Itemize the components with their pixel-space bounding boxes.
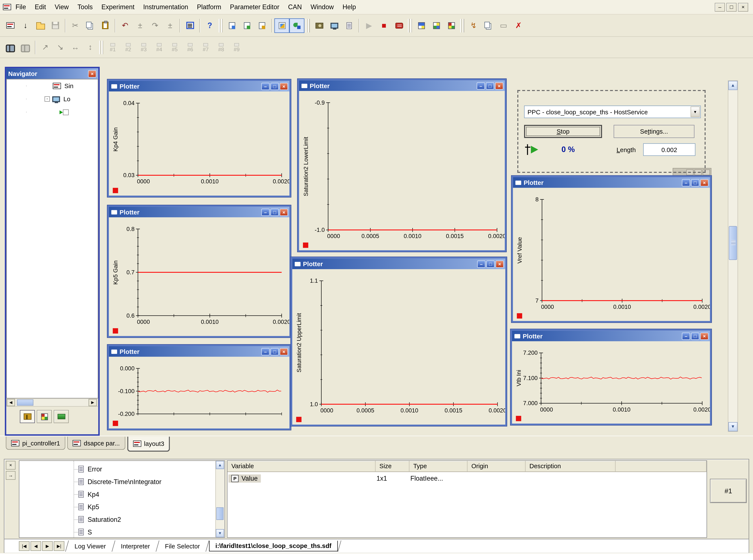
notes-icon[interactable] — [342, 18, 357, 33]
layout-tab-dsapce-par[interactable]: dsapce par... — [67, 437, 125, 450]
snapshot-icon[interactable] — [312, 18, 327, 33]
close-button[interactable]: × — [280, 208, 288, 216]
table-row[interactable]: PValue1x1FloatIeee... — [227, 472, 707, 485]
layout-arrange-2-icon[interactable] — [429, 18, 444, 33]
maximize-button[interactable]: □ — [486, 82, 494, 89]
save-data-set-icon[interactable] — [240, 18, 255, 33]
navigator-tree-item[interactable]: Sin — [7, 79, 98, 93]
close-button[interactable]: × — [700, 332, 708, 340]
scroll-right-button[interactable]: ▶ — [88, 399, 97, 406]
tree-expander-icon[interactable]: - — [45, 96, 50, 102]
menu-edit[interactable]: Edit — [30, 1, 50, 13]
scroll-left-button[interactable]: ◀ — [7, 399, 15, 406]
layout-tab-layout3[interactable]: layout3 — [127, 437, 170, 452]
variable-group-item[interactable]: S — [19, 526, 215, 538]
scrollbar-thumb[interactable] — [729, 226, 737, 260]
plotter-titlebar[interactable]: Plotter–□× — [109, 207, 289, 218]
close-button[interactable]: × — [700, 179, 708, 186]
animation-mode-icon[interactable] — [289, 18, 304, 33]
maximize-button[interactable]: □ — [270, 208, 279, 216]
variable-group-item[interactable]: Saturation2 — [19, 513, 215, 526]
stop-button[interactable]: Stop — [524, 125, 602, 138]
close-button[interactable]: × — [738, 3, 748, 12]
column-header-size[interactable]: Size — [375, 461, 409, 472]
detach-panel-button[interactable]: → — [6, 471, 16, 480]
bottom-tab-log-viewer[interactable]: Log Viewer — [69, 541, 112, 551]
interpreter-icon[interactable]: ↯ — [466, 18, 481, 33]
length-input[interactable]: 0.002 — [643, 143, 695, 156]
page-number-button[interactable]: #1 — [710, 479, 747, 503]
maximize-button[interactable]: □ — [691, 332, 699, 340]
restore-button[interactable]: □ — [727, 3, 736, 12]
plotter-titlebar[interactable]: Plotter–□× — [109, 81, 289, 92]
plotter-titlebar[interactable]: Plotter–□× — [513, 177, 710, 188]
menu-experiment[interactable]: Experiment — [97, 1, 139, 13]
load-data-set-icon[interactable] — [255, 18, 269, 33]
navigator-titlebar[interactable]: Navigator × — [6, 68, 98, 79]
settings-button[interactable]: Settings... — [614, 125, 694, 138]
maximize-button[interactable]: □ — [691, 179, 699, 186]
tab-scroll-last-button[interactable]: ▶| — [54, 541, 64, 551]
copy-data-set-icon[interactable] — [224, 18, 240, 33]
experiment-view-button[interactable] — [20, 410, 35, 423]
tab-scroll-first-button[interactable]: |◀ — [19, 541, 29, 551]
copy-icon[interactable] — [83, 18, 98, 33]
scroll-up-button[interactable]: ▲ — [216, 461, 224, 469]
plotter-titlebar[interactable]: Plotter–□× — [292, 258, 505, 269]
mdi-vertical-scrollbar[interactable]: ▲ ▼ — [728, 80, 738, 432]
menu-parameter-editor[interactable]: Parameter Editor — [226, 1, 284, 13]
maximize-button[interactable]: □ — [270, 348, 279, 355]
find-icon[interactable] — [3, 40, 18, 55]
platform-select[interactable]: PPC - close_loop_scope_ths - HostService… — [524, 105, 701, 118]
tab-scroll-next-button[interactable]: ▶ — [42, 541, 53, 551]
column-header-variable[interactable]: Variable — [227, 461, 375, 472]
menu-view[interactable]: View — [50, 1, 73, 13]
plotter-titlebar[interactable]: Plotter–□× — [299, 80, 505, 91]
minimize-button[interactable]: – — [261, 348, 269, 355]
menu-tools[interactable]: Tools — [73, 1, 97, 13]
close-panel-button[interactable]: × — [6, 461, 16, 470]
minimize-button[interactable]: – — [476, 82, 485, 89]
minimize-button[interactable]: – — [682, 332, 690, 340]
navigator-horizontal-scrollbar[interactable]: ◀ ▶ — [6, 399, 98, 407]
minimize-button[interactable]: – — [261, 208, 269, 216]
navigator-close-button[interactable]: × — [88, 70, 96, 77]
navigator-tree-item[interactable]: -Lo — [7, 93, 98, 105]
plotter-titlebar[interactable]: Plotter–□× — [512, 331, 710, 341]
maximize-button[interactable]: □ — [270, 83, 279, 90]
menu-instrumentation[interactable]: Instrumentation — [139, 1, 192, 13]
plotter-titlebar[interactable]: Plotter–□× — [109, 346, 289, 357]
context-help-icon[interactable]: ? — [202, 18, 217, 33]
edit-mode-icon[interactable] — [274, 18, 289, 33]
new-layout-icon[interactable] — [3, 18, 18, 33]
bottom-tab-interpreter[interactable]: Interpreter — [115, 541, 156, 551]
scroll-down-button[interactable]: ▼ — [728, 422, 737, 431]
duplicate-page-icon[interactable] — [481, 18, 496, 33]
open-experiment-icon[interactable] — [33, 18, 48, 33]
platform-view-button[interactable] — [54, 410, 69, 423]
chevron-down-icon[interactable]: ▼ — [691, 106, 700, 117]
platform-manager-icon[interactable] — [327, 18, 342, 33]
column-header-type[interactable]: Type — [409, 461, 468, 472]
column-header-description[interactable]: Description — [526, 461, 615, 472]
layout-arrange-3-icon[interactable] — [444, 18, 459, 33]
maximize-button[interactable]: □ — [486, 260, 494, 267]
column-header-origin[interactable]: Origin — [467, 461, 526, 472]
paste-icon[interactable] — [98, 18, 113, 33]
bottom-tab-i-farid-test1-close-loop-scope-ths-sdf[interactable]: i:\farid\test1\close_loop_scope_ths.sdf — [209, 541, 338, 552]
instrumentation-view-button[interactable] — [37, 410, 52, 423]
minimize-button[interactable]: – — [477, 260, 485, 267]
menu-platform[interactable]: Platform — [192, 1, 226, 13]
close-button[interactable]: × — [495, 260, 504, 267]
minimize-button[interactable]: – — [715, 3, 725, 12]
variable-group-item[interactable]: Kp5 — [19, 501, 215, 513]
layout-tab-pi-controller1[interactable]: pi_controller1 — [6, 437, 65, 450]
stop-measurement-icon[interactable]: ■ — [376, 18, 391, 33]
minimize-button[interactable]: – — [682, 179, 690, 186]
tab-scroll-prev-button[interactable]: ◀ — [30, 541, 41, 551]
variable-group-item[interactable]: Discrete-Time\nIntegrator — [19, 475, 215, 488]
close-button[interactable]: × — [280, 348, 288, 355]
variable-group-item[interactable]: Kp4 — [19, 488, 215, 501]
close-button[interactable]: × — [280, 83, 288, 90]
menu-help[interactable]: Help — [338, 1, 360, 13]
